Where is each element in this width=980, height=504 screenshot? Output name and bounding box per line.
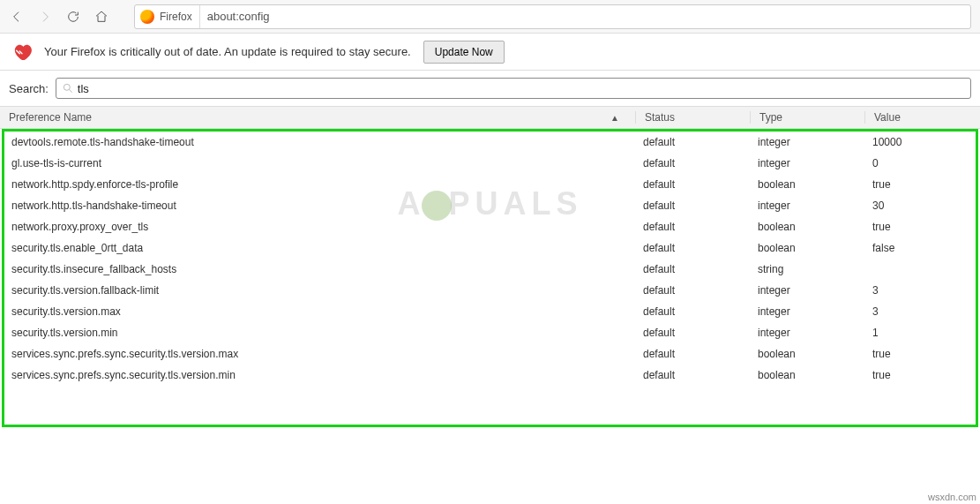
cell-type: boolean: [751, 221, 865, 233]
table-row[interactable]: network.http.tls-handshake-timeoutdefaul…: [4, 195, 976, 216]
table-row[interactable]: security.tls.version.mindefaultinteger1: [4, 322, 976, 343]
search-row: Search:: [0, 71, 980, 106]
cell-name: devtools.remote.tls-handshake-timeout: [4, 136, 636, 148]
home-button[interactable]: [88, 4, 115, 30]
cell-value: true: [865, 348, 976, 360]
cell-status: default: [636, 157, 751, 169]
cell-type: integer: [751, 199, 865, 212]
search-icon: [62, 82, 74, 94]
column-header-status-label: Status: [645, 111, 675, 124]
url-text: about:config: [207, 10, 270, 23]
column-headers: Preference Name ▲ Status Type Value: [0, 106, 980, 129]
cell-name: security.tls.version.fallback-limit: [4, 284, 636, 297]
url-bar[interactable]: Firefox about:config: [134, 4, 971, 29]
cell-status: default: [636, 327, 751, 339]
svg-point-0: [64, 84, 70, 90]
cell-value: 10000: [865, 136, 976, 148]
sort-indicator-icon: ▲: [610, 113, 619, 123]
cell-type: integer: [751, 284, 865, 297]
column-header-value-label: Value: [874, 111, 901, 124]
cell-name: network.proxy.proxy_over_tls: [4, 221, 636, 233]
cell-type: boolean: [751, 369, 865, 381]
cell-name: network.http.spdy.enforce-tls-profile: [4, 178, 636, 191]
cell-name: security.tls.insecure_fallback_hosts: [4, 263, 636, 275]
preferences-grid: Preference Name ▲ Status Type Value devt…: [0, 106, 980, 427]
cell-value: 0: [865, 157, 976, 169]
cell-value: 30: [865, 199, 976, 212]
cell-status: default: [636, 263, 751, 275]
cell-status: default: [636, 284, 751, 297]
firefox-icon: [140, 10, 154, 24]
identity-box[interactable]: Firefox: [140, 5, 200, 28]
cell-name: gl.use-tls-is-current: [4, 157, 636, 169]
cell-name: security.tls.enable_0rtt_data: [4, 242, 636, 254]
update-now-button[interactable]: Update Now: [423, 41, 505, 64]
cell-value: true: [865, 221, 976, 233]
cell-status: default: [636, 348, 751, 360]
cell-value: false: [865, 242, 976, 254]
column-header-type[interactable]: Type: [750, 111, 864, 124]
table-row[interactable]: security.tls.enable_0rtt_datadefaultbool…: [4, 237, 976, 259]
cell-status: default: [636, 178, 751, 191]
cell-type: boolean: [751, 242, 865, 254]
credit-label: wsxdn.com: [928, 492, 976, 502]
table-row[interactable]: gl.use-tls-is-currentdefaultinteger0: [4, 153, 976, 174]
cell-status: default: [636, 221, 751, 233]
search-box[interactable]: [56, 78, 971, 99]
cell-type: integer: [751, 327, 865, 339]
cell-type: integer: [751, 136, 865, 148]
cell-name: security.tls.version.max: [4, 305, 636, 318]
cell-name: services.sync.prefs.sync.security.tls.ve…: [4, 369, 636, 381]
table-row[interactable]: security.tls.version.maxdefaultinteger3: [4, 301, 976, 322]
cell-name: services.sync.prefs.sync.security.tls.ve…: [4, 348, 636, 360]
identity-label: Firefox: [160, 11, 192, 23]
cell-status: default: [636, 136, 751, 148]
update-notification: Your Firefox is critically out of date. …: [0, 34, 980, 71]
column-header-value[interactable]: Value: [864, 111, 980, 124]
cell-value: 3: [865, 284, 976, 297]
cell-name: network.http.tls-handshake-timeout: [4, 199, 636, 212]
table-row[interactable]: network.proxy.proxy_over_tlsdefaultboole…: [4, 216, 976, 237]
cell-name: security.tls.version.min: [4, 327, 636, 339]
column-header-name[interactable]: Preference Name ▲: [0, 111, 635, 124]
cell-type: integer: [751, 305, 865, 318]
heart-icon: [12, 43, 32, 61]
nav-toolbar: Firefox about:config: [0, 0, 980, 34]
back-button[interactable]: [4, 4, 30, 30]
update-notice-text: Your Firefox is critically out of date. …: [44, 45, 411, 58]
column-header-status[interactable]: Status: [635, 111, 750, 124]
forward-button: [32, 4, 58, 30]
search-input[interactable]: [78, 82, 965, 95]
cell-value: 3: [865, 305, 976, 318]
cell-status: default: [636, 305, 751, 318]
cell-type: integer: [751, 157, 865, 169]
cell-type: boolean: [751, 178, 865, 191]
table-row[interactable]: security.tls.version.fallback-limitdefau…: [4, 280, 976, 301]
column-header-name-label: Preference Name: [9, 111, 92, 124]
table-row[interactable]: security.tls.insecure_fallback_hostsdefa…: [4, 259, 976, 280]
cell-status: default: [636, 199, 751, 212]
cell-type: boolean: [751, 348, 865, 360]
table-row[interactable]: devtools.remote.tls-handshake-timeoutdef…: [4, 132, 976, 153]
cell-type: string: [751, 263, 865, 275]
search-label: Search:: [9, 82, 49, 95]
cell-value: true: [865, 178, 976, 191]
cell-status: default: [636, 242, 751, 254]
preferences-rows: devtools.remote.tls-handshake-timeoutdef…: [2, 129, 978, 427]
cell-value: 1: [865, 327, 976, 339]
table-row[interactable]: services.sync.prefs.sync.security.tls.ve…: [4, 343, 976, 365]
table-row[interactable]: services.sync.prefs.sync.security.tls.ve…: [4, 365, 976, 386]
table-row[interactable]: network.http.spdy.enforce-tls-profiledef…: [4, 174, 976, 195]
cell-value: true: [865, 369, 976, 381]
column-header-type-label: Type: [759, 111, 782, 124]
cell-status: default: [636, 369, 751, 381]
reload-button[interactable]: [60, 4, 86, 30]
